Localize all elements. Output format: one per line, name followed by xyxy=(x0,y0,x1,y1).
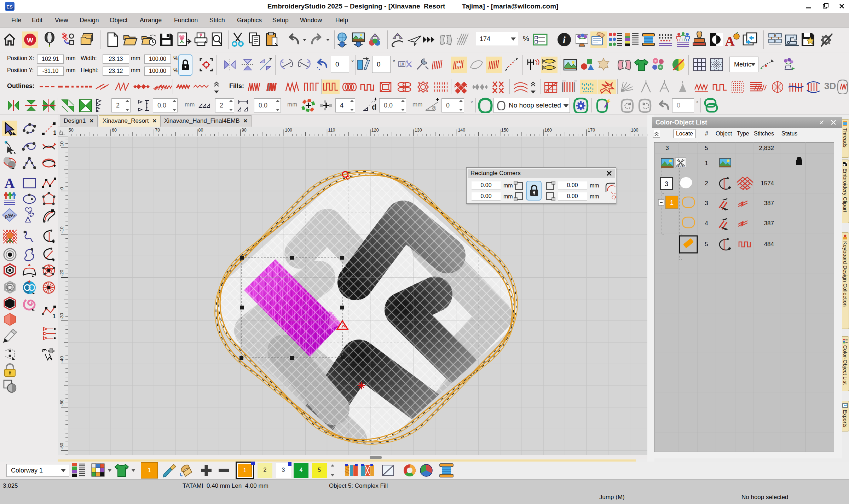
svg-text:70: 70 xyxy=(155,128,160,133)
svg-text:3: 3 xyxy=(705,200,708,207)
svg-text:150: 150 xyxy=(501,128,509,133)
svg-text:60: 60 xyxy=(112,128,117,133)
svg-text:5: 5 xyxy=(705,241,708,248)
svg-text:140: 140 xyxy=(458,128,465,133)
svg-text:50: 50 xyxy=(69,128,74,133)
svg-text:160: 160 xyxy=(544,128,552,133)
svg-text:120: 120 xyxy=(371,128,379,133)
svg-text:3: 3 xyxy=(665,180,668,187)
svg-text:387: 387 xyxy=(764,220,774,227)
svg-text:4: 4 xyxy=(705,220,708,227)
svg-text:110: 110 xyxy=(328,128,335,133)
svg-text:-50: -50 xyxy=(59,399,64,406)
svg-text:RESORT: RESORT xyxy=(676,165,685,167)
svg-text:1: 1 xyxy=(670,199,674,206)
svg-text:A: A xyxy=(5,175,15,191)
svg-text:80: 80 xyxy=(198,128,203,133)
svg-text:387: 387 xyxy=(764,200,774,207)
svg-text:-20: -20 xyxy=(59,270,64,276)
svg-text:1: 1 xyxy=(53,130,56,136)
svg-text:ES: ES xyxy=(6,4,13,10)
svg-text:180: 180 xyxy=(631,128,639,133)
svg-text:100: 100 xyxy=(285,128,292,133)
svg-text:5: 5 xyxy=(705,145,708,151)
svg-text:1: 1 xyxy=(705,160,708,167)
svg-text:90: 90 xyxy=(242,128,247,133)
svg-text:0: 0 xyxy=(59,187,64,190)
svg-text:130: 130 xyxy=(415,128,422,133)
svg-text:2: 2 xyxy=(705,180,708,187)
svg-text:i: i xyxy=(563,34,566,45)
svg-text:w: w xyxy=(27,35,33,44)
svg-text:A: A xyxy=(725,34,735,48)
svg-text:10: 10 xyxy=(400,62,404,66)
svg-text:1574: 1574 xyxy=(761,180,774,187)
svg-text:-30: -30 xyxy=(59,313,64,319)
svg-text:1: 1 xyxy=(53,313,56,319)
svg-text:10: 10 xyxy=(59,141,64,146)
svg-text:-60: -60 xyxy=(59,443,64,449)
svg-text:484: 484 xyxy=(764,241,774,248)
svg-text:a: a xyxy=(432,103,436,111)
svg-text:2,832: 2,832 xyxy=(759,145,774,151)
svg-text:170: 170 xyxy=(588,128,595,133)
svg-text:3: 3 xyxy=(665,145,669,151)
svg-text:-40: -40 xyxy=(59,356,64,363)
svg-text:d: d xyxy=(372,103,376,111)
svg-text:-10: -10 xyxy=(59,226,64,233)
